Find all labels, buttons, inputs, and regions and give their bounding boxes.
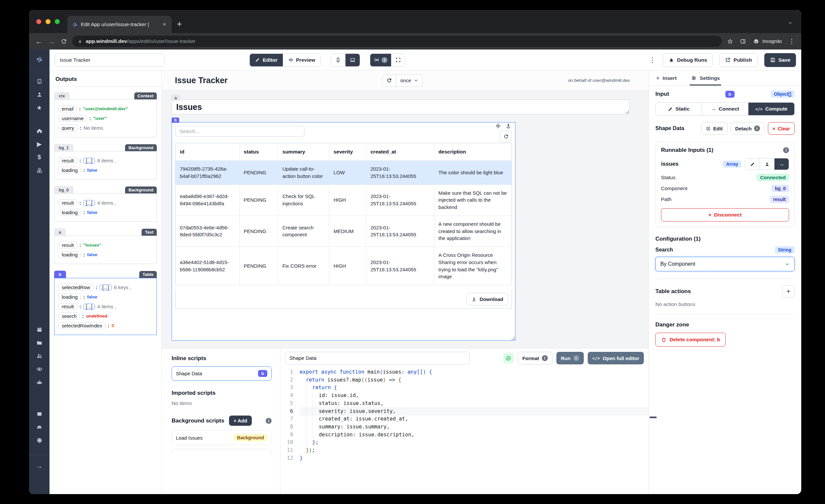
workers-robot-icon[interactable] [29, 376, 50, 389]
debug-runs-button[interactable]: Debug Runs [663, 53, 713, 67]
forward-icon[interactable]: → [48, 38, 56, 45]
output-key-pill[interactable]: query [58, 125, 78, 131]
table-row[interactable]: 07da0553-4e6e-4d56-8ded-5fd0f7d5c3c2PEND… [175, 216, 512, 246]
github-icon[interactable] [29, 434, 50, 447]
component-ref-badge[interactable]: bg_0 [771, 185, 789, 192]
column-header-id[interactable]: id [175, 143, 240, 161]
column-header-created_at[interactable]: created_at [366, 143, 434, 161]
output-key-pill[interactable]: selectedRow [58, 284, 93, 291]
browser-menu-kebab-icon[interactable]: ⋮ [789, 37, 795, 45]
expand-pill[interactable]: [...] [83, 200, 95, 206]
url-bar[interactable]: app.windmill.dev/apps/edit/u/user/issue-… [72, 35, 722, 47]
add-background-script-button[interactable]: + Add [229, 416, 252, 426]
desktop-view-button[interactable] [345, 54, 360, 66]
delete-component-button[interactable]: Delete component: b [655, 333, 726, 347]
docs-book-icon[interactable] [29, 407, 50, 421]
audit-eye-icon[interactable] [29, 362, 50, 376]
anchor-icon[interactable] [506, 123, 511, 129]
text-component-a[interactable]: a Issues [172, 100, 630, 114]
output-key-pill[interactable]: loading [58, 167, 81, 173]
table-component-b[interactable]: b [172, 122, 516, 341]
output-key-pill[interactable]: email [58, 105, 77, 112]
preview-mode-button[interactable]: Preview [283, 54, 321, 66]
reload-icon[interactable] [61, 38, 67, 45]
output-section-tag[interactable]: ctx [54, 92, 70, 99]
output-key-pill[interactable]: result [58, 241, 77, 248]
close-window-button[interactable] [36, 19, 41, 24]
add-table-action-button[interactable]: + [782, 286, 795, 297]
background-script-item-partial[interactable] [172, 449, 272, 455]
expand-pill[interactable]: [...] [83, 304, 95, 309]
resize-handle[interactable] [626, 110, 629, 113]
windmill-logo-icon[interactable] [29, 50, 50, 70]
expand-pill[interactable]: [...] [83, 158, 95, 164]
inline-script-item[interactable]: Shape Data b [172, 366, 272, 380]
more-menu-kebab-icon[interactable]: ⋮ [649, 56, 656, 64]
table-row[interactable]: 794208f5-2735-428a-b4af-b071ff0a2962PEND… [175, 161, 512, 185]
mobile-view-button[interactable] [331, 54, 345, 66]
refresh-app-button[interactable] [382, 75, 396, 86]
tab-insert[interactable]: +Insert [656, 71, 676, 85]
save-button[interactable]: Save [764, 53, 796, 67]
run-button[interactable]: Runi [556, 352, 584, 364]
download-button[interactable]: Download [466, 293, 508, 305]
schedule-dropdown[interactable]: once [396, 75, 423, 86]
variables-dollar-icon[interactable]: $ [29, 150, 50, 164]
output-section-tag[interactable]: bg_1 [54, 144, 73, 151]
user-icon[interactable] [29, 88, 50, 101]
column-header-severity[interactable]: severity [329, 143, 366, 161]
minimize-window-button[interactable] [46, 19, 51, 24]
schedules-calendar-icon[interactable] [29, 323, 50, 336]
runs-play-icon[interactable]: ▶ [29, 137, 50, 150]
expand-pill[interactable]: {...} [100, 285, 112, 290]
connect-mode-button[interactable]: →Connect [701, 103, 748, 115]
home-icon[interactable] [29, 124, 50, 137]
folders-icon[interactable] [29, 336, 50, 349]
user-input-icon-button[interactable] [760, 158, 774, 170]
browser-tab[interactable]: Edit App u/user/issue-tracker | × [67, 16, 172, 33]
output-key-pill[interactable]: selectedRowIndex [58, 322, 105, 329]
output-key-pill[interactable]: search [58, 312, 80, 319]
compute-mode-button[interactable]: </>Compute [748, 103, 794, 115]
back-icon[interactable]: ← [35, 38, 43, 45]
discord-icon[interactable] [29, 421, 50, 434]
tab-close-icon[interactable]: × [162, 21, 167, 28]
table-row[interactable]: eaba8d96-e387-4d2d-8494-096e4143b8faPEND… [175, 185, 512, 216]
edit-button[interactable]: Edit [701, 122, 727, 135]
static-edit-icon-button[interactable] [745, 158, 760, 170]
editor-mode-button[interactable]: Editor [250, 54, 283, 66]
output-section-tag[interactable]: a [54, 228, 66, 236]
favorites-star-icon[interactable]: ★ [29, 101, 50, 114]
script-name-input[interactable] [285, 352, 470, 364]
output-section-tag[interactable]: b [54, 271, 66, 278]
static-mode-button[interactable]: Static [656, 103, 701, 115]
tab-search-chevron-icon[interactable] [788, 20, 793, 25]
output-section-tag[interactable]: bg_0 [54, 186, 73, 194]
new-tab-button[interactable]: + [177, 19, 182, 29]
background-script-item[interactable]: Load Issues Background [172, 430, 272, 445]
move-icon[interactable] [495, 123, 501, 129]
panel-resize-handle[interactable] [650, 417, 657, 418]
groups-users-icon[interactable] [29, 349, 50, 362]
column-header-description[interactable]: description [434, 143, 512, 161]
clear-button[interactable]: ×Clear [768, 122, 795, 135]
output-key-pill[interactable]: result [58, 303, 77, 310]
zoom-window-button[interactable] [55, 19, 60, 24]
output-key-pill[interactable]: loading [58, 293, 81, 300]
table-search-input[interactable] [175, 126, 305, 137]
publish-button[interactable]: Publish [720, 53, 758, 67]
output-key-pill[interactable]: result [58, 199, 77, 206]
search-mode-select[interactable]: By Component [655, 257, 795, 271]
table-refresh-button[interactable] [500, 130, 512, 142]
path-badge[interactable]: result [770, 196, 789, 203]
resize-handle[interactable] [512, 337, 515, 340]
fullscreen-button[interactable] [391, 54, 405, 66]
workspace-building-icon[interactable] [29, 75, 50, 88]
outputs-toggle-button[interactable]: i [370, 54, 391, 66]
detach-button[interactable]: Detachi [731, 122, 765, 135]
connect-icon-button[interactable]: → [774, 158, 789, 170]
disconnect-button[interactable]: ×Disconnect [661, 208, 789, 221]
output-key-pill[interactable]: loading [58, 209, 81, 216]
collapse-arrow-icon[interactable]: → [29, 460, 50, 473]
format-button[interactable]: Formati [518, 352, 552, 364]
